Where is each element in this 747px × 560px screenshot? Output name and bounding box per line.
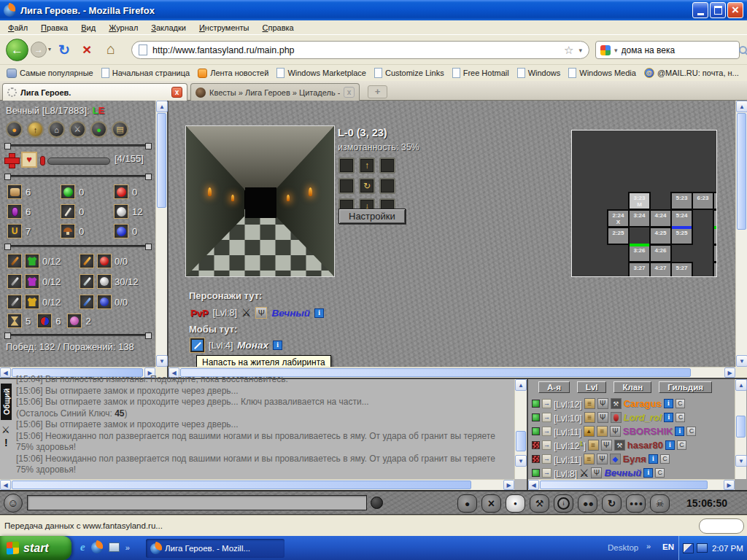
refresh-icon[interactable] — [602, 494, 622, 513]
goto-arrow-button[interactable]: → — [542, 399, 551, 408]
goto-arrow-button[interactable]: → — [542, 440, 551, 450]
bookmark-star-icon[interactable]: ☆ — [564, 44, 573, 57]
turn-around-button[interactable]: ↻ — [359, 178, 375, 194]
info-icon[interactable]: i — [649, 454, 658, 464]
sort-alpha-button[interactable]: А-я — [538, 381, 570, 393]
settings-button[interactable]: Настройки — [338, 209, 406, 224]
tray-display-icon[interactable] — [697, 543, 708, 553]
info-icon[interactable]: i — [664, 413, 673, 422]
move-forward-button[interactable]: ↑ — [359, 158, 375, 174]
new-tab-button[interactable]: + — [368, 85, 387, 98]
history-dropdown-icon[interactable]: ▾ — [48, 46, 51, 52]
info-icon[interactable]: i — [664, 399, 673, 408]
pad-blank-button[interactable] — [338, 158, 355, 174]
back-button[interactable]: ← — [6, 39, 28, 61]
player-name[interactable]: Вечный — [604, 467, 641, 478]
hammer-icon[interactable] — [611, 398, 622, 409]
duel-icon[interactable] — [578, 494, 597, 513]
close-button[interactable] — [727, 2, 743, 18]
info-icon[interactable]: i — [643, 468, 653, 478]
scroll-icon[interactable] — [597, 426, 608, 437]
contact-button[interactable]: C — [660, 454, 670, 464]
taskbar-task-button[interactable]: Лига Героев. - Mozill... — [146, 539, 285, 558]
goto-arrow-button[interactable]: → — [542, 468, 551, 478]
home-button[interactable]: ⌂ — [107, 41, 115, 58]
weapons-icon[interactable]: ⚔ — [69, 121, 86, 138]
pink-orb-counter[interactable]: 2 — [67, 314, 90, 328]
main-vertical-scrollbar[interactable]: ▲ ▼ — [735, 101, 747, 367]
tray-app-icon[interactable] — [683, 543, 694, 553]
resource-mushroom[interactable]: 0 — [61, 224, 114, 238]
chat-message-input[interactable] — [27, 495, 367, 510]
character-link[interactable]: Вечный — [271, 308, 310, 319]
heal-plus-icon[interactable] — [4, 153, 18, 167]
contact-button[interactable]: C — [655, 468, 665, 478]
player-name[interactable]: hasar80 — [627, 440, 663, 451]
mage-icon[interactable] — [610, 426, 621, 437]
purple-armor-icon[interactable] — [25, 274, 39, 289]
resource-fist[interactable]: 6 — [7, 184, 61, 199]
bookmark-popular[interactable]: Самые популярные — [4, 68, 96, 79]
mage-icon[interactable] — [597, 412, 608, 423]
blue-wand-icon[interactable] — [80, 295, 94, 309]
blue-gem-icon[interactable] — [610, 454, 621, 464]
ie-icon[interactable]: e — [80, 541, 85, 553]
eye-icon[interactable] — [506, 494, 525, 513]
send-button[interactable] — [371, 497, 383, 509]
chat-vertical-scrollbar[interactable]: ▲ ▼ — [514, 379, 527, 479]
search-input[interactable] — [622, 45, 735, 55]
url-bar[interactable]: ☆ ▾ — [131, 41, 589, 59]
mage-icon[interactable] — [601, 440, 612, 451]
pad-blank-button[interactable] — [379, 178, 395, 194]
player-name[interactable]: Буля — [623, 454, 646, 464]
players-horizontal-scrollbar[interactable]: ◀ ▶ — [528, 479, 735, 490]
resource-horseshoe[interactable]: U7 — [7, 224, 61, 238]
menu-edit[interactable]: Правка — [34, 22, 74, 34]
bookmark-mailru[interactable]: @@MAIL.RU: почта, н... — [641, 67, 742, 79]
gold-armor-icon[interactable] — [25, 295, 39, 309]
bookmark-windows-media[interactable]: Windows Media — [565, 67, 639, 79]
spear-icon[interactable] — [7, 254, 22, 268]
desktop-toolbar-label[interactable]: Desktop — [608, 543, 638, 552]
menu-help[interactable]: Справка — [256, 22, 301, 34]
info-icon[interactable]: i — [675, 427, 684, 436]
sort-level-button[interactable]: Lvl — [577, 381, 607, 393]
contact-button[interactable]: C — [677, 440, 686, 450]
sword-icon[interactable] — [7, 274, 22, 289]
smiley-button[interactable]: ☺ — [4, 494, 23, 513]
info-icon[interactable]: i — [314, 308, 324, 318]
bookmark-newsfeed[interactable]: Лента новостей — [195, 68, 271, 79]
sort-guild-button[interactable]: Гильдия — [659, 381, 712, 393]
search-icon[interactable] — [738, 45, 747, 55]
punch-icon[interactable] — [457, 494, 477, 513]
hourglass-counter[interactable]: 5 — [7, 314, 31, 328]
bookmark-startpage[interactable]: Начальная страница — [98, 67, 193, 79]
bookmark-windows[interactable]: Windows — [514, 67, 564, 79]
chevron-icon[interactable]: » — [646, 542, 651, 551]
red-orb-icon[interactable] — [97, 254, 112, 268]
goto-arrow-button[interactable]: → — [542, 427, 551, 436]
green-armor-icon[interactable] — [25, 254, 39, 268]
orange-wand-icon[interactable] — [80, 254, 94, 268]
axe-icon[interactable] — [614, 440, 625, 451]
minimize-button[interactable] — [692, 2, 708, 18]
heart-icon[interactable]: ♥ — [21, 152, 37, 168]
google-icon[interactable] — [600, 45, 611, 55]
reload-button[interactable]: ↻ — [58, 42, 70, 58]
start-button[interactable]: start — [0, 536, 71, 560]
info-icon[interactable] — [554, 494, 573, 513]
yinyang-counter[interactable]: 6 — [37, 314, 61, 328]
tab-kvesty[interactable]: Квесты » Лига Героев » Цитадель - ... x — [190, 83, 360, 101]
goto-arrow-button[interactable]: → — [542, 413, 551, 422]
tab-close-icon[interactable]: x — [171, 87, 182, 98]
bookmark-customize-links[interactable]: Customize Links — [371, 67, 447, 79]
blue-orb-icon[interactable] — [97, 295, 112, 309]
player-name[interactable]: Caragus — [624, 398, 662, 409]
contact-button[interactable]: C — [686, 427, 696, 436]
language-indicator[interactable]: EN — [662, 542, 674, 551]
chat-channel-tab[interactable]: Общий — [1, 384, 12, 420]
restore-button[interactable] — [710, 2, 726, 18]
resource-potion[interactable]: 6 — [7, 204, 61, 219]
menu-history[interactable]: Журнал — [102, 22, 144, 34]
resource-green-gem[interactable]: 0 — [61, 184, 114, 199]
